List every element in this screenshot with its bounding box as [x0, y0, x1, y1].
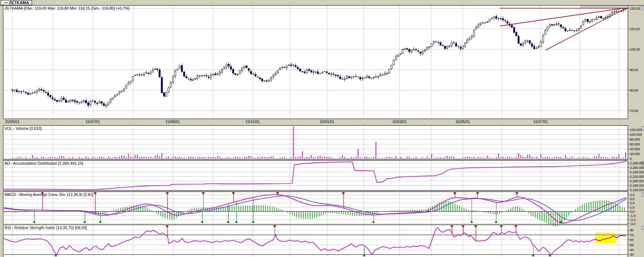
rsi-y-tick-label: 60: [630, 238, 634, 242]
rsi-panel-header: RSI - Relative Strength Index (14,30,70)…: [4, 226, 87, 230]
ad-y-tick-label: 2.240.000: [630, 170, 644, 174]
volume-y-tick-label: 0: [630, 157, 632, 161]
macd-y-tick-label: 3,0: [630, 197, 634, 201]
volume-y-tick-label: 120.000: [630, 128, 642, 132]
ad-y-tick-label: 2.280.000: [630, 161, 644, 165]
chart-tab-zetkama[interactable]: — ZETKAMA: [1, 0, 32, 5]
price-y-tick-label: 110,00: [630, 27, 640, 31]
volume-panel: [3, 125, 628, 160]
price-y-tick-label: 90,00: [630, 68, 638, 72]
macd-y-tick-label: 0,0: [630, 209, 634, 213]
date-tick-label: 16/03/01: [392, 120, 407, 124]
date-tick-label: 16/07/01: [534, 120, 548, 124]
rsi-panel-resize-handle[interactable]: [641, 226, 644, 230]
rsi-y-tick-label: 40: [630, 247, 634, 251]
ad-y-tick-label: 2.200.000: [630, 179, 644, 183]
volume-panel-header: VOL - Volume [3.833]: [4, 126, 42, 131]
price-y-tick-label: 70,00: [630, 109, 638, 113]
ad-y-tick-label: 2.220.000: [630, 174, 644, 179]
ad-y-tick-label: 2.160.000: [630, 188, 644, 192]
price-y-tick-label: 100,00: [630, 47, 640, 51]
ad-y-tick-label: 2.180.000: [630, 183, 644, 187]
chart-application-window: — ZETKAMA ZETKAMA [Otw.: 119,00 Max: 119…: [0, 0, 644, 257]
rsi-y-tick-label: 80: [630, 228, 634, 232]
ad-panel-header: AD - Accumulation Distribution [2.284.46…: [4, 161, 83, 166]
price-panel-header: ZETKAMA [Otw.: 119,00 Max: 119,80 Min: 1…: [4, 6, 130, 10]
macd-y-tick-label: 4,0: [630, 193, 634, 197]
rsi-y-tick-label: 30: [630, 253, 634, 257]
volume-y-tick-label: 100.000: [630, 132, 642, 136]
volume-y-tick-label: 20.000: [630, 152, 640, 156]
date-tick-label: 15/09/01: [166, 120, 180, 124]
macd-y-tick-label: -2,0: [630, 218, 635, 222]
date-tick-label: 16/01/01: [320, 120, 334, 124]
date-tick-label: 15/05/01: [5, 120, 20, 124]
accumulation-distribution-panel: [3, 160, 628, 191]
drawing-selection-hatch: [581, 6, 627, 8]
price-y-tick-label: 80,00: [630, 88, 638, 92]
date-tick-label: 15/11/01: [246, 120, 260, 124]
rsi-y-tick-label: 50: [630, 242, 634, 247]
volume-y-tick-label: 80.000: [630, 137, 640, 141]
macd-y-tick-label: -1,0: [630, 213, 635, 218]
price-y-tick-label: 120,00: [630, 6, 640, 10]
date-tick-label: 15/07/01: [86, 120, 100, 124]
macd-y-tick-label: 1,0: [630, 205, 634, 209]
volume-y-tick-label: 60.000: [630, 142, 640, 146]
macd-y-tick-label: 2,0: [630, 201, 634, 205]
macd-panel: [3, 192, 628, 224]
macd-y-tick-label: -3,0: [630, 222, 635, 226]
volume-y-tick-label: 40.000: [630, 147, 640, 151]
price-panel-resize-handle[interactable]: [641, 6, 644, 10]
price-panel: [3, 5, 628, 119]
macd-panel-resize-handle[interactable]: [641, 193, 644, 197]
macd-panel-header: MACD - Moving Average Conv. Div. (12,26,…: [4, 193, 93, 197]
rsi-panel: [3, 225, 628, 257]
rsi-y-tick-label: 70: [630, 233, 634, 237]
ad-y-tick-label: 2.260.000: [630, 166, 644, 170]
date-tick-label: 16/05/01: [456, 120, 470, 124]
